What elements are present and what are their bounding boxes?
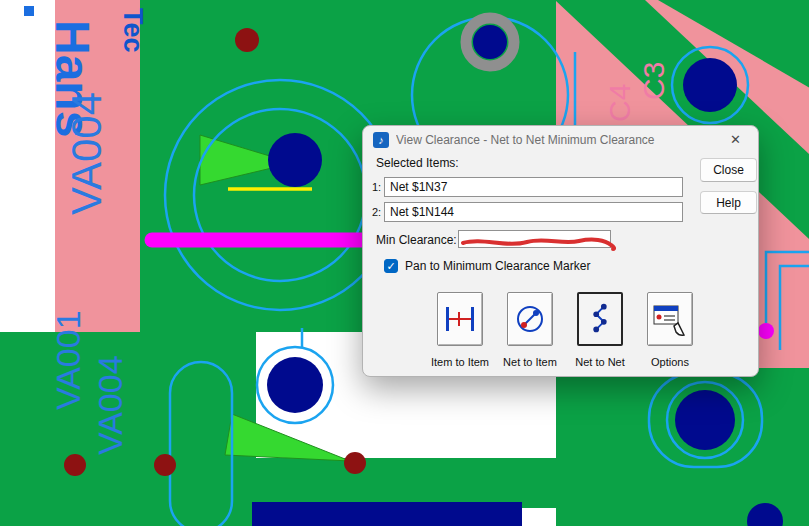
- selected-items-label: Selected Items:: [376, 156, 459, 170]
- min-clearance-field[interactable]: [458, 230, 611, 248]
- options-label: Options: [651, 356, 689, 368]
- mode-net-to-net: Net to Net: [565, 292, 635, 368]
- pan-checkbox-label: Pan to Minimum Clearance Marker: [405, 259, 590, 273]
- refdes-c4: C4: [603, 84, 636, 122]
- item2-field[interactable]: [384, 202, 683, 222]
- min-clearance-label: Min Clearance:: [376, 233, 457, 247]
- dialog-titlebar[interactable]: ♪ View Clearance - Net to Net Minimum Cl…: [363, 126, 758, 153]
- item-to-item-icon: [440, 297, 480, 341]
- net-to-net-label: Net to Net: [575, 356, 625, 368]
- help-button[interactable]: Help: [700, 191, 757, 214]
- item1-field[interactable]: [384, 177, 683, 197]
- net-label-va004: VA004: [91, 355, 129, 455]
- net-to-net-button[interactable]: [577, 292, 623, 346]
- net-label-va001: VA001: [49, 310, 87, 410]
- app-icon: ♪: [373, 132, 389, 148]
- net-label-top: VA004: [63, 92, 110, 215]
- options-button[interactable]: [647, 292, 693, 346]
- net-to-item-label: Net to Item: [503, 356, 557, 368]
- item1-label: 1:: [372, 181, 381, 193]
- refdes-c3: C3: [637, 62, 670, 100]
- brand-sub-text: Tec: [118, 8, 148, 53]
- options-icon: [650, 297, 690, 341]
- net-to-item-icon: [510, 297, 550, 341]
- pan-checkbox[interactable]: ✓: [384, 259, 398, 273]
- close-button[interactable]: Close: [700, 158, 757, 182]
- mode-net-to-item: Net to Item: [495, 292, 565, 368]
- checkmark-icon: ✓: [386, 261, 395, 272]
- view-clearance-dialog: ♪ View Clearance - Net to Net Minimum Cl…: [362, 125, 759, 377]
- item-to-item-button[interactable]: [437, 292, 483, 346]
- clearance-mode-buttons: Item to Item Net to Item: [425, 292, 705, 368]
- svg-text:♪: ♪: [378, 134, 384, 146]
- close-icon[interactable]: ✕: [723, 131, 748, 148]
- brand-dot-mark: [24, 6, 34, 16]
- mode-options: Options: [635, 292, 705, 368]
- item2-label: 2:: [372, 206, 381, 218]
- item-to-item-label: Item to Item: [431, 356, 489, 368]
- pan-checkbox-row: ✓ Pan to Minimum Clearance Marker: [384, 259, 590, 273]
- net-to-item-button[interactable]: [507, 292, 553, 346]
- dialog-title: View Clearance - Net to Net Minimum Clea…: [396, 133, 716, 147]
- mode-item-to-item: Item to Item: [425, 292, 495, 368]
- net-to-net-icon: [581, 297, 619, 341]
- pcb-editor-canvas[interactable]: Hans Tec VA004 VA001 VA004 C4 C3 ♪ View …: [0, 0, 809, 526]
